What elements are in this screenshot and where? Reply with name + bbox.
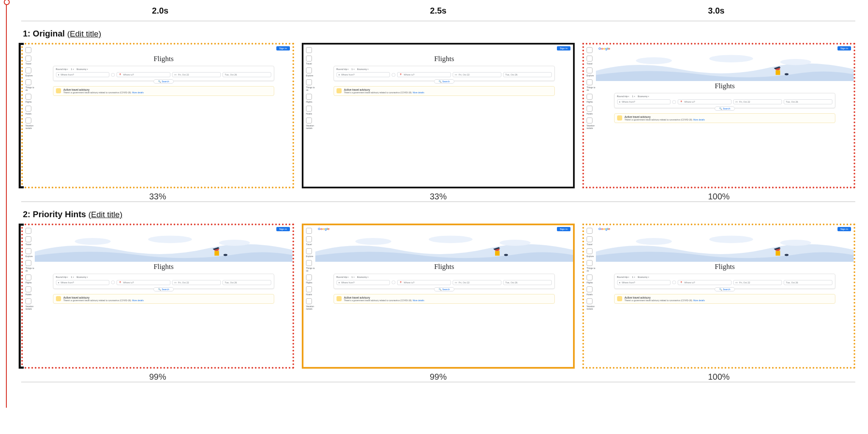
svg-point-3: [780, 59, 811, 65]
google-logo: Google: [598, 47, 610, 50]
class-chip[interactable]: Economy: [77, 68, 88, 70]
search-button[interactable]: 🔍 Search: [153, 79, 174, 84]
svg-point-11: [219, 240, 250, 246]
passengers-chip[interactable]: 1: [351, 68, 354, 70]
date-to-input[interactable]: Tue, Oct 26: [503, 280, 552, 285]
trip-type-chip[interactable]: Round trip: [617, 276, 630, 278]
class-chip[interactable]: Economy: [357, 276, 369, 278]
visual-complete-pct: 99%: [430, 369, 447, 382]
search-button[interactable]: 🔍 Search: [434, 79, 454, 84]
row-title-1: 2: Priority Hints (Edit title): [21, 202, 855, 224]
row-title-0: 1: Original (Edit title): [21, 21, 855, 43]
date-from-input[interactable]: ▭ Fri, Oct 22: [453, 280, 501, 285]
search-button[interactable]: 🔍 Search: [434, 287, 454, 291]
filmstrip-thumb-1-1[interactable]: Travel Explore Things to do Flights Hote…: [302, 224, 575, 369]
date-to-input[interactable]: Tue, Oct 26: [784, 280, 832, 285]
sign-in-button[interactable]: Sign in: [837, 46, 851, 50]
filmstrip-thumb-1-2[interactable]: Travel Explore Things to do Flights Hote…: [582, 224, 855, 369]
svg-point-10: [148, 235, 192, 243]
edit-title-link[interactable]: (Edit title): [89, 210, 122, 219]
date-to-input[interactable]: Tue, Oct 26: [503, 72, 552, 77]
search-card: Round trip 1 Economy ● Where from? 📍 Whe…: [53, 66, 275, 81]
sign-in-button[interactable]: Sign in: [557, 46, 570, 50]
where-from-input[interactable]: ● Where from?: [337, 280, 390, 285]
search-button[interactable]: 🔍 Search: [153, 287, 174, 291]
date-from-input[interactable]: ▭ Fri, Oct 22: [172, 280, 221, 285]
svg-point-17: [355, 238, 391, 245]
search-card: Round trip 1 Economy ● Where from? 📍 Whe…: [614, 274, 836, 289]
swap-icon[interactable]: [392, 73, 395, 77]
advisory-link[interactable]: More details: [413, 91, 424, 94]
class-chip[interactable]: Economy: [357, 68, 369, 70]
class-chip[interactable]: Economy: [638, 276, 649, 278]
date-to-input[interactable]: Tue, Oct 26: [223, 280, 271, 285]
advisory-link[interactable]: More details: [132, 299, 144, 302]
nav-things-icon: [25, 260, 31, 266]
divider: [21, 382, 855, 382]
passengers-chip[interactable]: 1: [632, 276, 635, 278]
sign-in-button[interactable]: Sign in: [557, 227, 570, 231]
travel-advisory: Active travel advisory There's a governm…: [53, 86, 275, 96]
where-from-input[interactable]: ● Where from?: [56, 72, 110, 77]
advisory-icon: [56, 296, 61, 301]
trip-type-chip[interactable]: Round trip: [337, 68, 349, 70]
where-to-input[interactable]: 📍 Where to?: [678, 99, 732, 104]
class-chip[interactable]: Economy: [638, 95, 649, 98]
filmstrip-thumb-1-0[interactable]: Travel Explore Things to do Flights Hote…: [21, 224, 294, 369]
class-chip[interactable]: Economy: [77, 276, 88, 278]
nav-flights-icon: [587, 274, 593, 280]
where-to-input[interactable]: 📍 Where to?: [117, 280, 170, 285]
passengers-chip[interactable]: 1: [71, 276, 74, 278]
edit-title-link[interactable]: (Edit title): [67, 29, 101, 38]
swap-icon[interactable]: [672, 100, 676, 104]
filmstrip-thumb-0-2[interactable]: Travel Explore Things to do Flights Hote…: [582, 43, 855, 188]
where-from-input[interactable]: ● Where from?: [56, 280, 110, 285]
date-to-input[interactable]: Tue, Oct 26: [784, 99, 832, 104]
trip-type-chip[interactable]: Round trip: [56, 276, 69, 278]
nav-flights-icon: [587, 94, 593, 100]
filmstrip-thumb-0-1[interactable]: Travel Explore Things to do Flights Hote…: [302, 43, 575, 188]
filmstrip-thumb-0-0[interactable]: Travel Explore Things to do Flights Hote…: [21, 43, 294, 188]
time-col-0: 2.0s: [21, 6, 299, 16]
sign-in-button[interactable]: Sign in: [837, 227, 851, 231]
advisory-link[interactable]: More details: [693, 299, 705, 302]
travel-advisory: Active travel advisory There's a governm…: [614, 294, 836, 304]
date-from-input[interactable]: ▭ Fri, Oct 22: [733, 280, 782, 285]
date-from-input[interactable]: ▭ Fri, Oct 22: [172, 72, 221, 77]
advisory-link[interactable]: More details: [413, 299, 424, 302]
where-to-input[interactable]: 📍 Where to?: [397, 280, 451, 285]
trip-type-chip[interactable]: Round trip: [617, 95, 630, 98]
svg-point-25: [636, 238, 672, 245]
swap-icon[interactable]: [672, 280, 676, 284]
search-button[interactable]: 🔍 Search: [715, 106, 735, 111]
sign-in-button[interactable]: Sign in: [276, 46, 290, 50]
trip-type-chip[interactable]: Round trip: [337, 276, 349, 278]
advisory-link[interactable]: More details: [693, 118, 705, 121]
trip-type-chip[interactable]: Round trip: [56, 68, 69, 70]
where-from-input[interactable]: ● Where from?: [617, 99, 671, 104]
where-from-input[interactable]: ● Where from?: [337, 72, 390, 77]
mini-sidebar: Travel Explore Things to do Flights Hote…: [23, 45, 35, 187]
passengers-chip[interactable]: 1: [351, 276, 354, 278]
flights-title: Flights: [153, 263, 173, 271]
date-from-input[interactable]: ▭ Fri, Oct 22: [453, 72, 501, 77]
swap-icon[interactable]: [111, 73, 115, 77]
hero-illustration: [35, 50, 292, 54]
sign-in-button[interactable]: Sign in: [276, 227, 290, 231]
search-card: Round trip 1 Economy ● Where from? 📍 Whe…: [334, 274, 555, 289]
swap-icon[interactable]: [111, 280, 115, 284]
date-to-input[interactable]: Tue, Oct 26: [223, 72, 271, 77]
passengers-chip[interactable]: 1: [632, 95, 635, 98]
search-button[interactable]: 🔍 Search: [715, 287, 735, 291]
advisory-link[interactable]: More details: [132, 91, 144, 94]
where-to-input[interactable]: 📍 Where to?: [397, 72, 451, 77]
where-to-input[interactable]: 📍 Where to?: [117, 72, 170, 77]
nav-travel-icon: [306, 56, 312, 62]
where-from-input[interactable]: ● Where from?: [617, 280, 671, 285]
date-from-input[interactable]: ▭ Fri, Oct 22: [733, 99, 782, 104]
passengers-chip[interactable]: 1: [71, 68, 74, 70]
svg-point-27: [780, 240, 811, 246]
where-to-input[interactable]: 📍 Where to?: [678, 280, 732, 285]
svg-point-15: [223, 254, 227, 256]
swap-icon[interactable]: [392, 280, 395, 284]
